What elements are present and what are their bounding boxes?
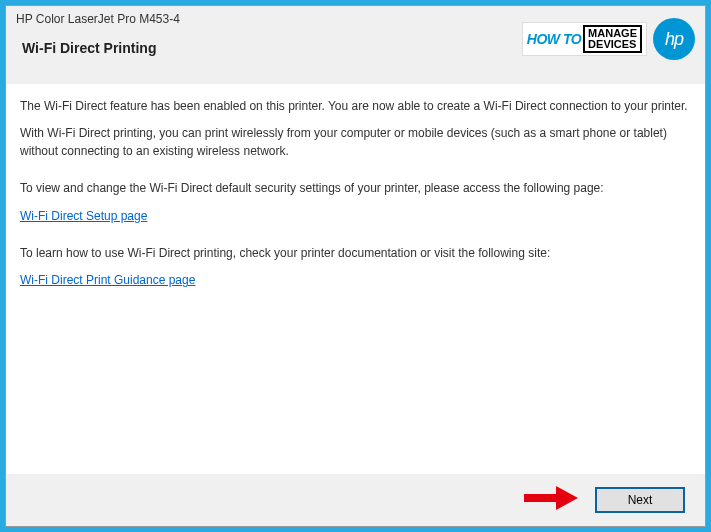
paragraph-enabled: The Wi-Fi Direct feature has been enable… <box>20 98 691 115</box>
footer: Next <box>6 474 705 526</box>
next-button[interactable]: Next <box>595 487 685 513</box>
arrow-right-icon <box>522 484 580 516</box>
paragraph-learn-how: To learn how to use Wi-Fi Direct printin… <box>20 245 691 262</box>
howto-manage-devices-badge: HOW TO MANAGE DEVICES <box>522 22 647 56</box>
header-badges: HOW TO MANAGE DEVICES hp <box>522 18 695 60</box>
paragraph-security-settings: To view and change the Wi-Fi Direct defa… <box>20 180 691 197</box>
wifi-direct-setup-link[interactable]: Wi-Fi Direct Setup page <box>20 208 691 225</box>
badge-howto-text: HOW TO <box>527 31 581 47</box>
badge-manage-devices-text: MANAGE DEVICES <box>583 25 642 53</box>
header: HP Color LaserJet Pro M453-4 Wi-Fi Direc… <box>6 6 705 84</box>
paragraph-description: With Wi-Fi Direct printing, you can prin… <box>20 125 691 160</box>
wifi-direct-guidance-link[interactable]: Wi-Fi Direct Print Guidance page <box>20 272 691 289</box>
installer-window: HP Color LaserJet Pro M453-4 Wi-Fi Direc… <box>5 5 706 527</box>
content-panel: The Wi-Fi Direct feature has been enable… <box>6 84 705 474</box>
hp-logo-icon: hp <box>653 18 695 60</box>
